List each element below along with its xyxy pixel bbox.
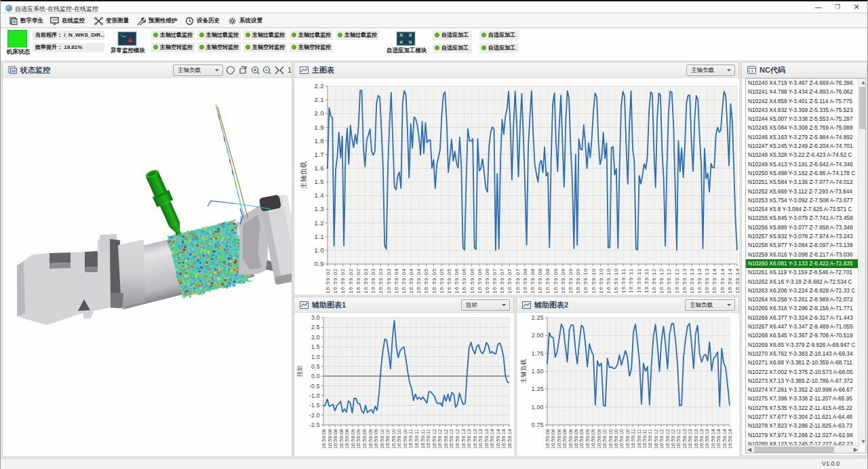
- svg-text:16:59:07: 16:59:07: [499, 268, 505, 294]
- svg-text:-0.5: -0.5: [309, 383, 320, 390]
- svg-text:1.6: 1.6: [315, 164, 324, 172]
- svg-text:16:59:03: 16:59:03: [370, 268, 376, 294]
- svg-text:1.0: 1.0: [311, 354, 320, 360]
- svg-text:1.5: 1.5: [311, 343, 320, 350]
- svg-text:1.50: 1.50: [532, 368, 544, 375]
- svg-text:2.1: 2.1: [315, 96, 324, 103]
- svg-text:16:59:11: 16:59:11: [620, 268, 627, 293]
- svg-text:16:59:10: 16:59:10: [613, 268, 619, 294]
- svg-text:16:59:08: 16:59:08: [530, 268, 536, 294]
- svg-text:16:59:07: 16:59:07: [507, 268, 513, 294]
- svg-text:扭矩: 扭矩: [296, 365, 303, 377]
- svg-text:16:59:02: 16:59:02: [332, 268, 338, 294]
- svg-text:16:59:10: 16:59:10: [583, 268, 589, 294]
- svg-text:16:59:06: 16:59:06: [454, 268, 460, 294]
- svg-text:16:59:06: 16:59:06: [461, 268, 467, 294]
- svg-text:16:59:04: 16:59:04: [401, 268, 407, 294]
- svg-text:3.0: 3.0: [311, 314, 320, 321]
- svg-text:16:59:02: 16:59:02: [355, 268, 361, 294]
- svg-text:16:59:08: 16:59:08: [537, 268, 543, 294]
- svg-text:2.0: 2.0: [311, 334, 320, 341]
- svg-text:0.0: 0.0: [311, 373, 320, 379]
- svg-text:2.0: 2.0: [315, 109, 324, 117]
- svg-text:0.75: 0.75: [532, 421, 544, 428]
- svg-text:2.00: 2.00: [532, 332, 544, 339]
- svg-text:1.3: 1.3: [315, 205, 324, 212]
- svg-text:16:59:13: 16:59:13: [696, 268, 703, 294]
- svg-text:16:59:03: 16:59:03: [378, 268, 384, 294]
- svg-text:16:59:14: 16:59:14: [719, 268, 726, 294]
- svg-text:16:59:14: 16:59:14: [507, 429, 513, 449]
- svg-text:16:59:09: 16:59:09: [575, 268, 581, 294]
- svg-text:0.9: 0.9: [315, 260, 324, 267]
- svg-text:16:59:03: 16:59:03: [363, 268, 369, 294]
- svg-text:2.5: 2.5: [311, 324, 320, 331]
- svg-text:2.2: 2.2: [315, 82, 324, 90]
- svg-text:-2.0: -2.0: [309, 412, 320, 419]
- svg-text:2.25: 2.25: [532, 314, 544, 321]
- svg-text:16:59:07: 16:59:07: [492, 268, 498, 294]
- svg-text:16:59:06: 16:59:06: [484, 268, 490, 294]
- svg-text:16:59:14: 16:59:14: [727, 429, 733, 449]
- svg-text:16:59:09: 16:59:09: [560, 268, 566, 294]
- svg-text:1.2: 1.2: [315, 219, 324, 227]
- svg-text:-1.5: -1.5: [309, 402, 320, 409]
- svg-text:主轴负载: 主轴负载: [520, 359, 527, 383]
- svg-text:16:59:10: 16:59:10: [591, 268, 597, 294]
- svg-text:16:59:05: 16:59:05: [439, 268, 445, 294]
- svg-text:16:59:02: 16:59:02: [348, 268, 354, 294]
- svg-text:1.0: 1.0: [315, 246, 324, 254]
- svg-text:16:59:11: 16:59:11: [636, 268, 642, 293]
- svg-text:16:59:12: 16:59:12: [674, 268, 680, 294]
- svg-text:主轴负载: 主轴负载: [300, 162, 307, 189]
- svg-text:16:59:06: 16:59:06: [477, 268, 483, 294]
- svg-text:16:59:11: 16:59:11: [644, 268, 650, 293]
- svg-text:16:59:08: 16:59:08: [522, 268, 528, 294]
- svg-text:16:59:04: 16:59:04: [408, 268, 414, 294]
- svg-text:16:59:05: 16:59:05: [431, 268, 437, 294]
- svg-text:16:59:13: 16:59:13: [682, 268, 688, 294]
- svg-text:1.8: 1.8: [315, 137, 324, 145]
- svg-text:16:59:10: 16:59:10: [606, 268, 612, 294]
- svg-text:16:59:12: 16:59:12: [658, 268, 665, 294]
- svg-text:16:59:05: 16:59:05: [423, 268, 429, 294]
- svg-text:16:59:13: 16:59:13: [689, 268, 695, 294]
- svg-text:16:59:10: 16:59:10: [598, 268, 604, 294]
- svg-text:16:59:14: 16:59:14: [711, 268, 717, 294]
- svg-text:16:59:03: 16:59:03: [386, 268, 392, 294]
- svg-text:16:59:04: 16:59:04: [393, 268, 399, 294]
- svg-text:16:59:14: 16:59:14: [734, 268, 739, 294]
- svg-text:16:59:08: 16:59:08: [545, 268, 551, 294]
- svg-text:16:59:04: 16:59:04: [416, 268, 422, 294]
- svg-text:16:59:12: 16:59:12: [651, 268, 657, 294]
- svg-text:16:59:07: 16:59:07: [515, 268, 521, 294]
- svg-text:1.7: 1.7: [315, 151, 324, 158]
- svg-text:1.00: 1.00: [532, 404, 544, 411]
- svg-text:16:59:02: 16:59:02: [325, 268, 331, 294]
- svg-text:0.5: 0.5: [311, 363, 320, 370]
- svg-text:16:59:11: 16:59:11: [628, 268, 634, 293]
- svg-text:1.4: 1.4: [315, 191, 324, 199]
- svg-text:1.5: 1.5: [315, 178, 324, 185]
- svg-text:1.9: 1.9: [315, 124, 324, 131]
- svg-text:16:59:12: 16:59:12: [666, 268, 672, 294]
- svg-text:1.75: 1.75: [532, 350, 544, 357]
- svg-text:1: 1: [288, 67, 292, 74]
- svg-text:16:59:06: 16:59:06: [469, 268, 475, 294]
- svg-text:16:59:02: 16:59:02: [340, 268, 346, 294]
- svg-text:1.1: 1.1: [315, 233, 324, 240]
- svg-text:-2.5: -2.5: [309, 421, 320, 428]
- svg-text:16:59:09: 16:59:09: [553, 268, 559, 294]
- svg-text:1.25: 1.25: [532, 386, 544, 392]
- svg-text:16:59:14: 16:59:14: [727, 268, 733, 294]
- svg-text:16:59:09: 16:59:09: [568, 268, 574, 294]
- svg-text:-1.0: -1.0: [309, 392, 320, 399]
- svg-text:16:59:13: 16:59:13: [704, 268, 710, 294]
- svg-text:16:59:05: 16:59:05: [446, 268, 452, 294]
